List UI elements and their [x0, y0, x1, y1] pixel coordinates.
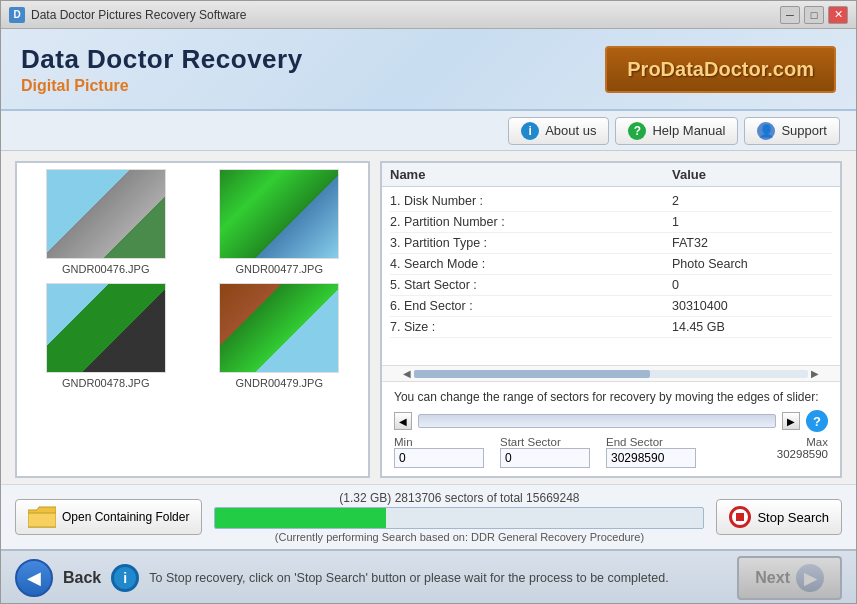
help-manual-label: Help Manual	[652, 123, 725, 138]
sector-values: Min Start Sector End Sector Max 30298590	[394, 436, 828, 468]
progress-bar	[214, 507, 704, 529]
footer-bar: ◀ Back i To Stop recovery, click on 'Sto…	[1, 549, 856, 604]
support-icon: 👤	[757, 122, 775, 140]
list-item[interactable]: GNDR00478.JPG	[23, 283, 189, 389]
minimize-button[interactable]: ─	[780, 6, 800, 24]
slider-left-arrow[interactable]: ◀	[394, 412, 412, 430]
scroll-track[interactable]	[414, 370, 808, 378]
end-sector-input[interactable]	[606, 448, 696, 468]
table-row: 1. Disk Number : 2	[390, 191, 832, 212]
slider-help-button[interactable]: ?	[806, 410, 828, 432]
next-button[interactable]: Next ▶	[737, 556, 842, 600]
footer-message: To Stop recovery, click on 'Stop Search'…	[149, 571, 727, 585]
thumbnail-477[interactable]	[219, 169, 339, 259]
table-row: 2. Partition Number : 1	[390, 212, 832, 233]
slider-container: ◀ ▶ ?	[394, 410, 828, 432]
row-name: 5. Start Sector :	[390, 278, 672, 292]
about-us-button[interactable]: i About us	[508, 117, 609, 145]
row-value: 0	[672, 278, 832, 292]
thumb-label-476: GNDR00476.JPG	[62, 263, 149, 275]
thumb-label-477: GNDR00477.JPG	[236, 263, 323, 275]
close-button[interactable]: ✕	[828, 6, 848, 24]
help-icon: ?	[628, 122, 646, 140]
info-table-body: 1. Disk Number : 2 2. Partition Number :…	[382, 187, 840, 365]
back-button[interactable]: ◀	[15, 559, 53, 597]
row-name: 1. Disk Number :	[390, 194, 672, 208]
header: Data Doctor Recovery Digital Picture Pro…	[1, 29, 856, 111]
scroll-thumb[interactable]	[414, 370, 650, 378]
title-bar-text: Data Doctor Pictures Recovery Software	[31, 8, 780, 22]
min-group: Min	[394, 436, 500, 468]
info-icon: i	[521, 122, 539, 140]
row-name: 3. Partition Type :	[390, 236, 672, 250]
app-title-main: Data Doctor Recovery	[21, 44, 303, 75]
next-label: Next	[755, 569, 790, 587]
list-item[interactable]: GNDR00479.JPG	[197, 283, 363, 389]
thumbnail-479[interactable]	[219, 283, 339, 373]
help-manual-button[interactable]: ? Help Manual	[615, 117, 738, 145]
about-us-label: About us	[545, 123, 596, 138]
end-sector-group: End Sector	[606, 436, 712, 468]
stop-icon	[729, 506, 751, 528]
title-bar: D Data Doctor Pictures Recovery Software…	[1, 1, 856, 29]
min-input[interactable]	[394, 448, 484, 468]
row-value: Photo Search	[672, 257, 832, 271]
progress-bar-fill	[215, 508, 386, 528]
sector-description: You can change the range of sectors for …	[394, 390, 828, 404]
sector-slider[interactable]	[418, 414, 776, 428]
row-value: 2	[672, 194, 832, 208]
stop-square	[736, 513, 744, 521]
app-icon: D	[9, 7, 25, 23]
app-title-area: Data Doctor Recovery Digital Picture	[21, 44, 303, 95]
row-value: 30310400	[672, 299, 832, 313]
sector-area: You can change the range of sectors for …	[382, 381, 840, 476]
info-panel: Name Value 1. Disk Number : 2 2. Partiti…	[380, 161, 842, 478]
back-arrow-icon: ◀	[27, 567, 41, 589]
row-name: 7. Size :	[390, 320, 672, 334]
maximize-button[interactable]: □	[804, 6, 824, 24]
start-sector-label: Start Sector	[500, 436, 606, 448]
scroll-right-arrow[interactable]: ▶	[808, 368, 822, 379]
row-value: 1	[672, 215, 832, 229]
info-table-header: Name Value	[382, 163, 840, 187]
open-folder-label: Open Containing Folder	[62, 510, 189, 524]
thumbnail-panel: GNDR00476.JPG GNDR00477.JPG GNDR00478.JP…	[15, 161, 370, 478]
slider-right-arrow[interactable]: ▶	[782, 412, 800, 430]
nav-bar: i About us ? Help Manual 👤 Support	[1, 111, 856, 151]
progress-sub-text: (Currently performing Search based on: D…	[275, 531, 644, 543]
row-name: 2. Partition Number :	[390, 215, 672, 229]
start-sector-input[interactable]	[500, 448, 590, 468]
open-folder-button[interactable]: Open Containing Folder	[15, 499, 202, 535]
list-item[interactable]: GNDR00476.JPG	[23, 169, 189, 275]
table-row: 5. Start Sector : 0	[390, 275, 832, 296]
next-arrow-icon: ▶	[796, 564, 824, 592]
window-controls: ─ □ ✕	[780, 6, 848, 24]
folder-icon	[28, 506, 56, 528]
support-button[interactable]: 👤 Support	[744, 117, 840, 145]
row-name: 4. Search Mode :	[390, 257, 672, 271]
stop-search-label: Stop Search	[757, 510, 829, 525]
footer-info-icon: i	[111, 564, 139, 592]
row-name: 6. End Sector :	[390, 299, 672, 313]
app-title-sub: Digital Picture	[21, 77, 303, 95]
col-value-header: Value	[672, 167, 832, 182]
min-label: Min	[394, 436, 500, 448]
col-name-header: Name	[390, 167, 672, 182]
support-label: Support	[781, 123, 827, 138]
horizontal-scrollbar[interactable]: ◀ ▶	[382, 365, 840, 381]
scroll-left-arrow[interactable]: ◀	[400, 368, 414, 379]
stop-search-button[interactable]: Stop Search	[716, 499, 842, 535]
thumbnail-476[interactable]	[46, 169, 166, 259]
table-row: 3. Partition Type : FAT32	[390, 233, 832, 254]
row-value: 14.45 GB	[672, 320, 832, 334]
start-sector-group: Start Sector	[500, 436, 606, 468]
main-panels: GNDR00476.JPG GNDR00477.JPG GNDR00478.JP…	[1, 151, 856, 484]
brand-logo: ProDataDoctor.com	[605, 46, 836, 93]
progress-middle: (1.32 GB) 2813706 sectors of total 15669…	[214, 491, 704, 543]
thumbnail-478[interactable]	[46, 283, 166, 373]
list-item[interactable]: GNDR00477.JPG	[197, 169, 363, 275]
progress-text: (1.32 GB) 2813706 sectors of total 15669…	[339, 491, 579, 505]
end-sector-label: End Sector	[606, 436, 712, 448]
thumb-label-479: GNDR00479.JPG	[236, 377, 323, 389]
max-label: Max	[806, 436, 828, 448]
